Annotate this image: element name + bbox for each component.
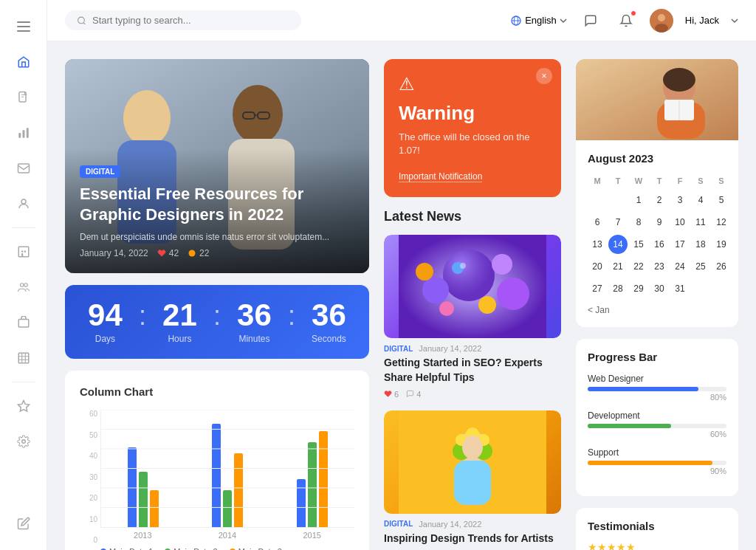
sidebar-group-icon[interactable] bbox=[9, 272, 38, 302]
sidebar-divider bbox=[12, 227, 35, 228]
sidebar-building-icon[interactable] bbox=[9, 237, 38, 267]
cal-day-empty-1 bbox=[588, 190, 607, 210]
cal-header-W: W bbox=[629, 173, 648, 188]
testimonials-card: Testimonials ★★★★★ to share my project i… bbox=[576, 508, 738, 550]
notification-badge bbox=[630, 10, 636, 16]
news-item-1[interactable]: DIGITAL January 14, 2022 Getting Started… bbox=[384, 235, 561, 398]
warning-link[interactable]: Important Notification bbox=[399, 171, 482, 182]
chart-title: Column Chart bbox=[80, 385, 354, 398]
cal-day-30[interactable]: 30 bbox=[650, 279, 669, 298]
cal-day-14-today[interactable]: 14 bbox=[608, 235, 628, 254]
cal-day-21[interactable]: 21 bbox=[608, 257, 628, 276]
news-1-meta: DIGITAL January 14, 2022 bbox=[384, 344, 561, 353]
testimonials-stars: ★★★★★ bbox=[588, 541, 726, 550]
cal-day-17[interactable]: 17 bbox=[670, 235, 690, 254]
x-label-2015: 2015 bbox=[303, 531, 320, 540]
cal-day-2[interactable]: 2 bbox=[650, 190, 669, 210]
calendar-prev[interactable]: < Jan bbox=[588, 305, 610, 315]
svg-rect-5 bbox=[22, 130, 24, 138]
cal-day-5[interactable]: 5 bbox=[712, 190, 731, 210]
search-icon bbox=[77, 16, 86, 26]
sidebar-user-icon[interactable] bbox=[9, 189, 38, 219]
progress-fill-1 bbox=[588, 387, 698, 391]
news-2-meta: DIGITAL January 14, 2022 bbox=[384, 520, 561, 529]
sidebar-table-icon[interactable] bbox=[9, 343, 38, 373]
sidebar-home-icon[interactable] bbox=[9, 47, 38, 77]
hero-description: Dem ut perspiciatis unde omnis iste natu… bbox=[80, 232, 354, 242]
chat-icon-btn[interactable] bbox=[579, 9, 602, 32]
svg-point-23 bbox=[655, 24, 668, 32]
sidebar-divider2 bbox=[12, 382, 35, 382]
cal-day-28[interactable]: 28 bbox=[608, 279, 628, 298]
warning-close-button[interactable]: × bbox=[536, 68, 552, 84]
bar-2014-green bbox=[223, 490, 232, 527]
svg-rect-2 bbox=[17, 30, 30, 32]
hero-title: Essential Free Resources for Graphic Des… bbox=[80, 184, 354, 226]
cal-day-16[interactable]: 16 bbox=[650, 235, 669, 254]
chart-group-2013 bbox=[101, 447, 185, 527]
svg-point-18 bbox=[78, 17, 85, 24]
sidebar-settings-icon[interactable] bbox=[9, 427, 38, 456]
cal-day-12[interactable]: 12 bbox=[712, 213, 731, 232]
countdown-minutes: 36 Minutes bbox=[237, 300, 272, 344]
sidebar-mail-icon[interactable] bbox=[9, 154, 38, 183]
news-1-stats: 6 4 bbox=[384, 390, 561, 399]
cal-day-10[interactable]: 10 bbox=[670, 213, 690, 232]
cal-day-23[interactable]: 23 bbox=[650, 257, 669, 276]
latest-news-title: Latest News bbox=[384, 209, 561, 224]
cal-day-7[interactable]: 7 bbox=[608, 213, 628, 232]
cal-day-8[interactable]: 8 bbox=[629, 213, 648, 232]
right-column: August 2023 M T W T F S S 1 bbox=[576, 59, 738, 550]
cal-day-11[interactable]: 11 bbox=[691, 213, 710, 232]
svg-point-41 bbox=[443, 250, 495, 301]
progress-title: Progress Bar bbox=[588, 351, 726, 363]
svg-rect-9 bbox=[18, 247, 29, 257]
cal-day-15[interactable]: 15 bbox=[629, 235, 648, 254]
search-input[interactable] bbox=[92, 15, 289, 26]
cal-day-20[interactable]: 20 bbox=[588, 257, 607, 276]
countdown-hours: 21 Hours bbox=[162, 300, 197, 344]
cal-day-9[interactable]: 9 bbox=[650, 213, 669, 232]
cal-day-18[interactable]: 18 bbox=[691, 235, 710, 254]
cal-day-3[interactable]: 3 bbox=[670, 190, 690, 210]
sidebar-chart-icon[interactable] bbox=[9, 118, 38, 148]
top-right-photo bbox=[576, 59, 738, 140]
notification-icon-btn[interactable] bbox=[614, 9, 638, 32]
sidebar-menu-icon[interactable] bbox=[9, 12, 38, 41]
news-item-2[interactable]: DIGITAL January 14, 2022 Inspiring Desig… bbox=[384, 410, 561, 550]
latest-news-section: Latest News bbox=[384, 209, 561, 550]
calendar-nav[interactable]: < Jan bbox=[588, 305, 726, 315]
cal-day-29[interactable]: 29 bbox=[629, 279, 648, 298]
progress-bg-3 bbox=[588, 461, 726, 465]
svg-point-45 bbox=[478, 296, 496, 314]
cal-day-19[interactable]: 19 bbox=[712, 235, 731, 254]
svg-point-49 bbox=[460, 263, 466, 269]
cal-day-24[interactable]: 24 bbox=[670, 257, 690, 276]
cal-day-empty-4 bbox=[712, 279, 731, 298]
cal-day-1[interactable]: 1 bbox=[629, 190, 648, 210]
header-right: English Hi, Jack bbox=[510, 9, 738, 32]
cal-day-22[interactable]: 22 bbox=[629, 257, 648, 276]
user-avatar[interactable] bbox=[650, 9, 673, 32]
svg-point-14 bbox=[24, 283, 27, 287]
progress-bg-1 bbox=[588, 387, 726, 391]
x-axis-labels: 2013 2014 2015 bbox=[100, 531, 354, 540]
cal-header-T2: T bbox=[650, 173, 669, 188]
cal-day-27[interactable]: 27 bbox=[588, 279, 607, 298]
sidebar-document-icon[interactable] bbox=[9, 83, 38, 112]
search-bar[interactable] bbox=[65, 10, 301, 30]
sidebar-package-icon[interactable] bbox=[9, 308, 38, 337]
cal-day-31[interactable]: 31 bbox=[670, 279, 690, 298]
language-selector[interactable]: English bbox=[510, 15, 567, 27]
cal-day-6[interactable]: 6 bbox=[588, 213, 607, 232]
cal-day-26[interactable]: 26 bbox=[712, 257, 731, 276]
header: English Hi, Jack bbox=[47, 0, 756, 41]
cal-day-13[interactable]: 13 bbox=[588, 235, 607, 254]
bar-2014-orange bbox=[234, 453, 243, 527]
globe-icon bbox=[510, 15, 522, 27]
sidebar-star-icon[interactable] bbox=[9, 391, 38, 421]
sidebar-edit-icon[interactable] bbox=[9, 509, 38, 538]
progress-pct-3: 90% bbox=[588, 467, 726, 475]
cal-day-4[interactable]: 4 bbox=[691, 190, 710, 210]
cal-day-25[interactable]: 25 bbox=[691, 257, 710, 276]
